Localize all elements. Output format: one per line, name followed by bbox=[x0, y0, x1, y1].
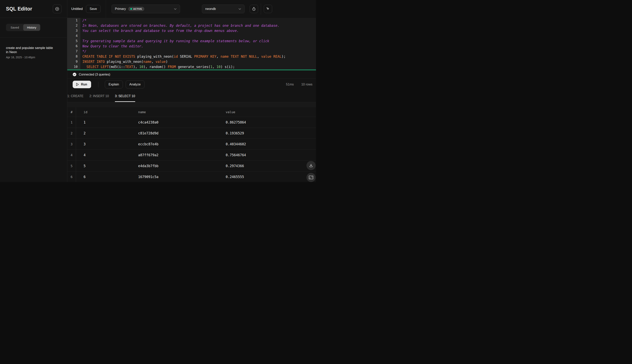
column-header-id: id bbox=[76, 110, 138, 114]
table-cell: 2 bbox=[67, 128, 76, 138]
table-cell: e4da3b7fbb bbox=[138, 164, 226, 168]
code-line: */ bbox=[82, 49, 316, 54]
table-cell: 0.75646764 bbox=[226, 153, 316, 157]
table-cell: 0.2465555 bbox=[226, 175, 316, 179]
code-line: CREATE TABLE IF NOT EXISTS playing_with_… bbox=[82, 54, 316, 59]
sidebar-header: SQL Editor bbox=[0, 0, 67, 18]
code-editor[interactable]: 12345678910 /*In Neon, databases are sto… bbox=[67, 18, 316, 70]
table-body: 11c4ca4238a00.8627586422c81e728d9d0.1936… bbox=[67, 117, 316, 182]
table-cell: 0.1936529 bbox=[226, 131, 316, 135]
saved-history-toggle: Saved History bbox=[6, 24, 41, 31]
table-spacer bbox=[67, 102, 316, 107]
editor-topbar: Untitled Save Primary ACTIVE neondb bbox=[67, 0, 316, 18]
query-toolbar: Run Explain Analyze 51ms 10 rows bbox=[67, 79, 316, 90]
run-button[interactable]: Run bbox=[73, 81, 91, 88]
result-tab-1[interactable]: 1: CREATE bbox=[67, 90, 84, 102]
branch-name: Primary bbox=[115, 7, 126, 11]
table-cell: 0.2974366 bbox=[226, 164, 316, 168]
line-number-gutter: 12345678910 bbox=[67, 18, 80, 70]
line-number: 4 bbox=[67, 33, 78, 38]
table-row[interactable]: 661679091c5a0.2465555 bbox=[67, 171, 316, 182]
check-circle-icon bbox=[73, 72, 76, 76]
branch-status-badge: ACTIVE bbox=[128, 7, 144, 11]
line-number: 10 bbox=[67, 64, 78, 70]
table-cell: eccbc87e4b bbox=[138, 142, 226, 146]
code-line bbox=[82, 33, 316, 38]
branch-selector[interactable]: Primary ACTIVE bbox=[112, 4, 180, 13]
query-history-button[interactable] bbox=[250, 5, 258, 13]
table-cell: 2 bbox=[76, 131, 138, 135]
explain-button[interactable]: Explain bbox=[105, 80, 123, 88]
line-number: 3 bbox=[67, 28, 78, 33]
history-item-title: create and populate sample table in Neon bbox=[6, 46, 54, 54]
code-line: SELECT LEFT(md5(i::TEXT), 10), random() … bbox=[82, 64, 316, 70]
code-line: INSERT INTO playing_with_neon(name, valu… bbox=[82, 59, 316, 64]
code-line: /* bbox=[82, 18, 316, 23]
code-line: In Neon, databases are stored on branche… bbox=[82, 23, 316, 28]
main-panel: Untitled Save Primary ACTIVE neondb bbox=[67, 0, 316, 182]
table-cell: 6 bbox=[67, 172, 76, 182]
history-item-timestamp: Apr 16, 2025 - 10:46pm bbox=[6, 56, 61, 59]
download-results-button[interactable] bbox=[306, 161, 316, 170]
result-tabs: 1: CREATE2: INSERT 103: SELECT 10 bbox=[67, 90, 316, 102]
table-cell: 5 bbox=[76, 164, 138, 168]
sql-editor-app: SQL Editor Saved History create and popu… bbox=[0, 0, 316, 182]
branch-status-text: ACTIVE bbox=[133, 8, 142, 10]
ai-assist-button[interactable] bbox=[264, 5, 272, 13]
history-list-item[interactable]: create and populate sample table in Neon… bbox=[0, 38, 67, 59]
table-cell: 5 bbox=[67, 160, 76, 171]
chevron-down-icon bbox=[238, 8, 241, 10]
expand-results-button[interactable] bbox=[306, 173, 316, 182]
query-row-count: 10 rows bbox=[301, 83, 312, 86]
database-name: neondb bbox=[205, 7, 216, 11]
code-line: Try generating sample data and querying … bbox=[82, 38, 316, 44]
query-name: Untitled bbox=[71, 7, 83, 11]
analyze-button[interactable]: Analyze bbox=[126, 80, 144, 88]
stopwatch-icon bbox=[252, 7, 256, 11]
topbar-divider-2 bbox=[261, 3, 261, 14]
plus-circle-icon bbox=[55, 7, 59, 11]
table-row[interactable]: 44a87ff679a20.75646764 bbox=[67, 150, 316, 160]
table-cell: 4 bbox=[67, 150, 76, 160]
column-header-name: name bbox=[138, 110, 226, 114]
table-row[interactable]: 11c4ca4238a00.86275864 bbox=[67, 117, 316, 128]
table-cell: 0.86275864 bbox=[226, 120, 316, 124]
table-cell: 3 bbox=[76, 142, 138, 146]
table-cell: 1679091c5a bbox=[138, 175, 226, 179]
run-button-label: Run bbox=[81, 83, 87, 86]
table-cell: 0.40344602 bbox=[226, 142, 316, 146]
tab-history[interactable]: History bbox=[23, 24, 40, 31]
line-number: 7 bbox=[67, 49, 78, 54]
table-cell: 3 bbox=[67, 139, 76, 150]
save-button[interactable]: Save bbox=[86, 5, 101, 13]
code-line: You can select the branch and database t… bbox=[82, 28, 316, 33]
table-row[interactable]: 33eccbc87e4b0.40344602 bbox=[67, 138, 316, 150]
page-title: SQL Editor bbox=[6, 6, 32, 12]
database-selector[interactable]: neondb bbox=[202, 4, 245, 13]
column-header-index: # bbox=[67, 107, 76, 117]
line-number: 2 bbox=[67, 23, 78, 28]
line-number: 5 bbox=[67, 38, 78, 44]
table-cell: c4ca4238a0 bbox=[138, 120, 226, 124]
query-meta: 51ms 10 rows bbox=[286, 83, 312, 86]
table-header-row: # id name value bbox=[67, 107, 316, 117]
table-cell: a87ff679a2 bbox=[138, 153, 226, 157]
code-lines: /*In Neon, databases are stored on branc… bbox=[80, 18, 316, 70]
column-header-value: value bbox=[226, 110, 316, 114]
download-icon bbox=[309, 163, 313, 168]
line-number: 6 bbox=[67, 44, 78, 49]
line-number: 9 bbox=[67, 59, 78, 64]
new-query-button[interactable] bbox=[53, 4, 62, 13]
tab-saved[interactable]: Saved bbox=[6, 24, 23, 31]
table-row[interactable]: 22c81e728d9d0.1936529 bbox=[67, 128, 316, 138]
fullscreen-icon bbox=[309, 176, 313, 180]
result-tab-3[interactable]: 3: SELECT 10 bbox=[115, 90, 135, 102]
table-cell: c81e728d9d bbox=[138, 131, 226, 135]
status-dot-icon bbox=[130, 8, 132, 10]
table-cell: 4 bbox=[76, 153, 138, 157]
table-row[interactable]: 55e4da3b7fbb0.2974366 bbox=[67, 160, 316, 171]
result-tab-2[interactable]: 2: INSERT 10 bbox=[90, 90, 109, 102]
query-duration: 51ms bbox=[286, 83, 294, 86]
sidebar: SQL Editor Saved History create and popu… bbox=[0, 0, 67, 182]
line-number: 8 bbox=[67, 54, 78, 59]
